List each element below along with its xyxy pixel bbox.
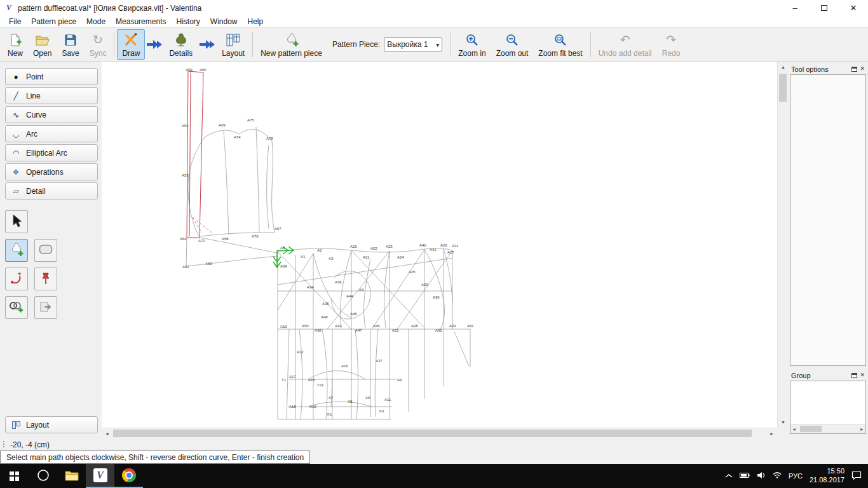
scroll-down-icon[interactable]: ▼ xyxy=(778,417,789,428)
line-icon: ╱ xyxy=(11,92,20,100)
sync-button: ↻ Sync xyxy=(85,29,112,60)
layout-mode-button[interactable]: Layout xyxy=(5,416,98,433)
section-point[interactable]: ●Point xyxy=(5,68,98,85)
menu-item-history[interactable]: History xyxy=(171,17,205,27)
section-line[interactable]: ╱Line xyxy=(5,87,98,104)
group-scrollbar[interactable]: ◄ ► xyxy=(790,424,865,433)
minimize-button[interactable]: – xyxy=(780,0,810,16)
notification-center-icon[interactable] xyxy=(851,471,862,482)
taskbar-valentina-button[interactable]: V xyxy=(86,464,114,488)
combo-dropdown-icon: ▾ xyxy=(436,41,439,48)
menu-item-pattern-piece[interactable]: Pattern piece xyxy=(26,17,81,27)
pin-tool[interactable] xyxy=(34,268,57,290)
svg-text:A22: A22 xyxy=(370,247,377,250)
svg-text:A7: A7 xyxy=(329,396,334,400)
union-details-tool[interactable] xyxy=(5,296,28,319)
taskbar-explorer-button[interactable] xyxy=(57,464,86,488)
mode-flow-arrow-icon xyxy=(145,39,164,50)
svg-text:A70: A70 xyxy=(252,234,259,238)
redo-label: Redo xyxy=(662,49,681,58)
svg-text:A5: A5 xyxy=(280,246,285,250)
start-button[interactable] xyxy=(0,464,29,488)
svg-text:A50: A50 xyxy=(302,324,309,328)
new-workpiece-tool[interactable] xyxy=(5,239,28,262)
scroll-left-icon[interactable]: ◄ xyxy=(102,428,112,439)
system-tray: РУС 15:50 21.08.2017 xyxy=(725,464,868,488)
valentina-app-icon: V xyxy=(93,468,107,482)
drawing-canvas[interactable]: A59A60A52A53A64A71A58A70A67A69A74A75A78A… xyxy=(102,62,788,438)
vertical-scroll-thumb[interactable] xyxy=(779,74,787,102)
float-panel-icon[interactable] xyxy=(851,67,857,72)
insert-nodes-tool[interactable] xyxy=(5,268,28,290)
section-elliptical-arc[interactable]: ◠Elliptical Arc xyxy=(5,144,98,161)
new-pattern-piece-label: New pattern piece xyxy=(261,49,322,58)
section-arc[interactable]: ◡Arc xyxy=(5,125,98,142)
section-curve[interactable]: ∿Curve xyxy=(5,106,98,123)
section-operations[interactable]: ❖Operations xyxy=(5,163,98,180)
horizontal-scrollbar[interactable]: ◄ ► xyxy=(102,428,777,438)
new-button[interactable]: New xyxy=(3,29,28,60)
svg-text:A12: A12 xyxy=(297,350,304,354)
svg-text:A64: A64 xyxy=(180,237,187,241)
svg-text:A21: A21 xyxy=(363,255,370,259)
pushpin-icon xyxy=(41,272,51,287)
svg-text:A59: A59 xyxy=(186,68,193,72)
export-details-tool[interactable] xyxy=(34,296,57,319)
vertical-scrollbar[interactable]: ▲ ▼ xyxy=(777,62,788,428)
pattern-piece-select[interactable]: Выкройка 1 ▾ xyxy=(384,37,442,51)
section-detail[interactable]: ▱Detail xyxy=(5,182,98,200)
scroll-left-icon[interactable]: ◄ xyxy=(792,427,796,431)
select-pointer-tool[interactable] xyxy=(5,210,28,233)
tray-chevron-up-icon[interactable] xyxy=(725,471,733,480)
svg-text:A9: A9 xyxy=(365,396,370,400)
battery-icon[interactable] xyxy=(740,471,750,480)
menu-item-mode[interactable]: Mode xyxy=(81,17,111,27)
taskbar-clock[interactable]: 15:50 21.08.2017 xyxy=(810,467,844,485)
scroll-right-icon[interactable]: ► xyxy=(766,428,777,439)
horizontal-scroll-thumb[interactable] xyxy=(113,430,752,437)
zoom-out-button[interactable]: Zoom out xyxy=(491,29,534,60)
open-button[interactable]: Open xyxy=(28,29,57,60)
layout-mode-toolbar-button[interactable]: Layout xyxy=(217,29,250,60)
taskbar-chrome-button[interactable] xyxy=(114,464,143,488)
zoom-in-button[interactable]: Zoom in xyxy=(453,29,491,60)
svg-text:A74: A74 xyxy=(234,135,241,139)
menu-item-help[interactable]: Help xyxy=(243,17,269,27)
close-panel-icon[interactable]: ✕ xyxy=(860,372,865,378)
float-panel-icon[interactable] xyxy=(851,373,857,378)
svg-text:A37: A37 xyxy=(376,359,383,363)
svg-text:A52: A52 xyxy=(182,124,189,128)
redo-button: ↷ Redo xyxy=(657,29,686,60)
pattern-piece-value: Выкройка 1 xyxy=(387,40,428,49)
details-mode-button[interactable]: Details xyxy=(164,29,198,60)
svg-text:A39: A39 xyxy=(280,264,287,268)
close-button[interactable]: ✕ xyxy=(839,0,868,16)
menu-item-file[interactable]: File xyxy=(4,17,26,27)
svg-text:A45: A45 xyxy=(373,324,380,328)
elliptical-arc-icon: ◠ xyxy=(11,149,20,158)
language-indicator[interactable]: РУС xyxy=(789,472,803,480)
new-pattern-piece-button[interactable]: New pattern piece xyxy=(255,29,327,60)
close-panel-icon[interactable]: ✕ xyxy=(860,66,865,72)
save-button[interactable]: Save xyxy=(57,29,84,60)
network-icon[interactable] xyxy=(773,471,782,480)
toolbar-separator xyxy=(590,32,591,57)
menu-item-window[interactable]: Window xyxy=(205,17,243,27)
draw-mode-button[interactable]: Draw xyxy=(117,29,145,60)
svg-text:A48: A48 xyxy=(321,315,328,319)
taskbar-search-button[interactable] xyxy=(29,464,57,488)
scroll-right-icon[interactable]: ► xyxy=(860,427,864,431)
svg-text:A1: A1 xyxy=(301,255,306,259)
scroll-up-icon[interactable]: ▲ xyxy=(778,62,789,72)
group-scroll-thumb[interactable] xyxy=(800,426,822,432)
zoom-fit-best-button[interactable]: Zoom fit best xyxy=(533,29,587,60)
internal-path-tool[interactable] xyxy=(34,239,57,262)
maximize-button[interactable] xyxy=(810,0,839,16)
svg-text:A20: A20 xyxy=(350,245,357,248)
menu-item-measurements[interactable]: Measurements xyxy=(111,17,171,27)
undo-label: Undo add detail xyxy=(599,49,652,58)
svg-text:A78: A78 xyxy=(266,137,273,140)
svg-text:A62: A62 xyxy=(182,265,189,269)
svg-text:A26: A26 xyxy=(440,243,447,247)
speaker-icon[interactable] xyxy=(757,471,766,481)
